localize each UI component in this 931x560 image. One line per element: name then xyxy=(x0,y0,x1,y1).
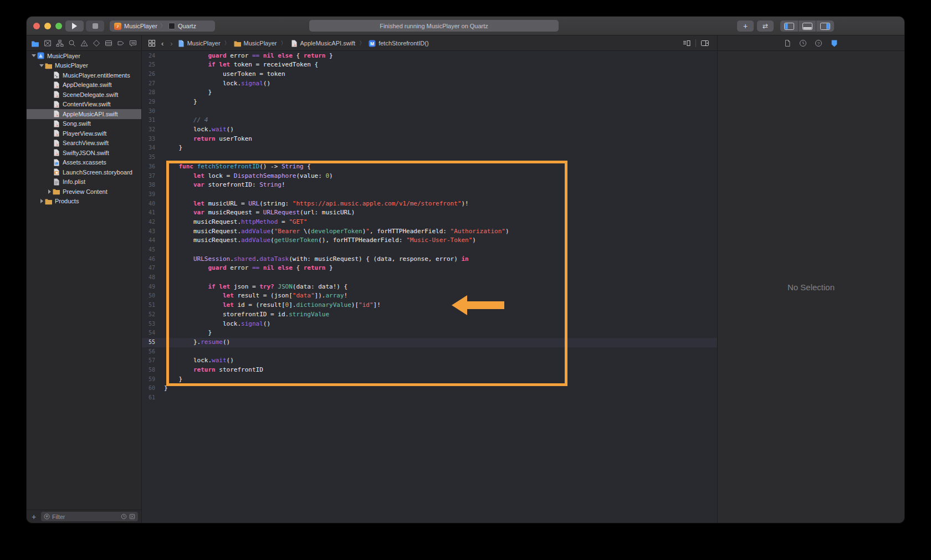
line-number[interactable]: 59 xyxy=(142,375,155,384)
line-number[interactable]: 30 xyxy=(142,107,155,116)
file-row[interactable]: Song.swift xyxy=(27,119,141,129)
line-number[interactable]: 57 xyxy=(142,356,155,366)
line-number[interactable]: 41 xyxy=(142,208,155,218)
disclosure-triangle-icon[interactable] xyxy=(38,64,45,67)
code-line[interactable]: 30 xyxy=(142,107,717,116)
project-navigator-tab[interactable] xyxy=(31,39,39,48)
line-number[interactable]: 51 xyxy=(142,301,155,310)
code-line[interactable]: 42 musicRequest.httpMethod = "GET" xyxy=(142,218,717,227)
line-number[interactable]: 45 xyxy=(142,245,155,255)
code-line[interactable]: 34 } xyxy=(142,143,717,153)
line-number[interactable]: 25 xyxy=(142,60,155,70)
line-number[interactable]: 32 xyxy=(142,125,155,135)
code-line[interactable]: 40 let musicURL = URL(string: "https://a… xyxy=(142,199,717,209)
breadcrumb-item[interactable]: MusicPlayer xyxy=(233,40,278,47)
code-line[interactable]: 60} xyxy=(142,384,717,393)
line-number[interactable]: 28 xyxy=(142,88,155,97)
run-button[interactable] xyxy=(65,20,84,32)
disclosure-triangle-icon[interactable] xyxy=(46,189,53,194)
disclosure-triangle-icon[interactable] xyxy=(30,54,37,57)
line-number[interactable]: 24 xyxy=(142,52,155,61)
code-line[interactable]: 29 } xyxy=(142,97,717,107)
file-row[interactable]: Preview Content xyxy=(27,187,141,197)
code-line[interactable]: 57 lock.wait() xyxy=(142,356,717,366)
line-number[interactable]: 27 xyxy=(142,79,155,89)
disclosure-triangle-icon[interactable] xyxy=(38,199,45,203)
source-editor[interactable]: 24 guard error == nil else { return }25 … xyxy=(142,51,717,523)
find-navigator-tab[interactable] xyxy=(68,39,76,48)
code-line[interactable]: 46 URLSession.shared.dataTask(with: musi… xyxy=(142,255,717,264)
forward-button[interactable]: › xyxy=(167,39,176,48)
file-row[interactable]: ContentView.swift xyxy=(27,100,141,110)
breadcrumb-item[interactable]: MusicPlayer xyxy=(176,40,222,47)
add-editor-button[interactable] xyxy=(700,39,709,47)
file-row[interactable]: AppleMusicAPI.swift xyxy=(27,109,141,119)
file-row[interactable]: LaunchScreen.storyboard xyxy=(27,167,141,177)
debug-navigator-tab[interactable] xyxy=(104,39,112,48)
code-line[interactable]: 28 } xyxy=(142,88,717,97)
code-line[interactable]: 36 func fetchStorefrontID() -> String { xyxy=(142,162,717,172)
file-row[interactable]: Info.plist xyxy=(27,177,141,187)
line-number[interactable]: 35 xyxy=(142,153,155,162)
code-line[interactable]: 48 xyxy=(142,273,717,282)
minimap-options-button[interactable] xyxy=(683,39,691,47)
source-control-status-icon[interactable] xyxy=(129,513,135,520)
symbol-navigator-tab[interactable] xyxy=(55,39,64,48)
code-line[interactable]: 31 // 4 xyxy=(142,116,717,125)
code-line[interactable]: 26 userToken = token xyxy=(142,70,717,79)
breadcrumb-item[interactable]: MfetchStorefrontID() xyxy=(367,40,429,47)
line-number[interactable]: 61 xyxy=(142,393,155,403)
line-number[interactable]: 40 xyxy=(142,199,155,209)
close-button[interactable] xyxy=(33,23,40,29)
line-number[interactable]: 42 xyxy=(142,218,155,227)
scheme-selector[interactable]: ♪ MusicPlayer 〉 Quartz xyxy=(110,20,215,32)
line-number[interactable]: 49 xyxy=(142,282,155,292)
line-number[interactable]: 34 xyxy=(142,143,155,153)
line-number[interactable]: 46 xyxy=(142,255,155,264)
file-row[interactable]: Products xyxy=(27,197,141,207)
line-number[interactable]: 60 xyxy=(142,384,155,393)
selected-inspector-tab[interactable] xyxy=(830,39,838,48)
toggle-navigator-button[interactable] xyxy=(780,20,798,32)
code-line[interactable]: 47 guard error == nil else { return } xyxy=(142,264,717,273)
code-line[interactable]: 58 return storefrontID xyxy=(142,366,717,375)
toggle-debug-area-button[interactable] xyxy=(799,20,816,32)
code-line[interactable]: 44 musicRequest.addValue(getUserToken(),… xyxy=(142,236,717,245)
file-row[interactable]: AppDelegate.swift xyxy=(27,80,141,90)
line-number[interactable]: 44 xyxy=(142,236,155,245)
issue-navigator-tab[interactable] xyxy=(80,39,88,48)
code-line[interactable]: 52 storefrontID = id.stringValue xyxy=(142,310,717,320)
code-line[interactable]: 55 }.resume() xyxy=(142,338,717,347)
editor-mode-button[interactable]: ⇄ xyxy=(757,20,774,32)
line-number[interactable]: 26 xyxy=(142,70,155,79)
quick-help-inspector-tab[interactable]: ? xyxy=(815,39,822,47)
breadcrumb-item[interactable]: AppleMusicAPI.swift xyxy=(289,40,357,47)
code-line[interactable]: 27 lock.signal() xyxy=(142,79,717,89)
line-number[interactable]: 50 xyxy=(142,291,155,301)
file-row[interactable]: Assets.xcassets xyxy=(27,158,141,168)
line-number[interactable]: 43 xyxy=(142,227,155,237)
line-number[interactable]: 48 xyxy=(142,273,155,282)
code-line[interactable]: 50 let result = (json["data"]).array! xyxy=(142,291,717,301)
code-line[interactable]: 45 xyxy=(142,245,717,255)
code-line[interactable]: 35 xyxy=(142,153,717,162)
code-line[interactable]: 54 } xyxy=(142,328,717,338)
source-control-navigator-tab[interactable] xyxy=(43,39,52,48)
code-line[interactable]: 38 var storefrontID: String! xyxy=(142,181,717,190)
line-number[interactable]: 37 xyxy=(142,172,155,181)
add-file-button[interactable]: + xyxy=(30,512,38,521)
file-row[interactable]: MusicPlayer xyxy=(27,61,141,71)
line-number[interactable]: 39 xyxy=(142,190,155,199)
line-number[interactable]: 54 xyxy=(142,328,155,338)
code-line[interactable]: 32 lock.wait() xyxy=(142,125,717,135)
file-row[interactable]: SearchView.swift xyxy=(27,138,141,148)
filter-field[interactable]: Filter xyxy=(41,512,138,521)
code-line[interactable]: 39 xyxy=(142,190,717,199)
code-line[interactable]: 59 } xyxy=(142,375,717,384)
file-row[interactable]: PlayerView.swift xyxy=(27,129,141,138)
file-row[interactable]: MusicPlayer xyxy=(27,51,141,61)
file-row[interactable]: SwiftyJSON.swift xyxy=(27,148,141,158)
line-number[interactable]: 58 xyxy=(142,366,155,375)
related-items-button[interactable] xyxy=(147,39,156,48)
code-line[interactable]: 25 if let token = receivedToken { xyxy=(142,60,717,70)
